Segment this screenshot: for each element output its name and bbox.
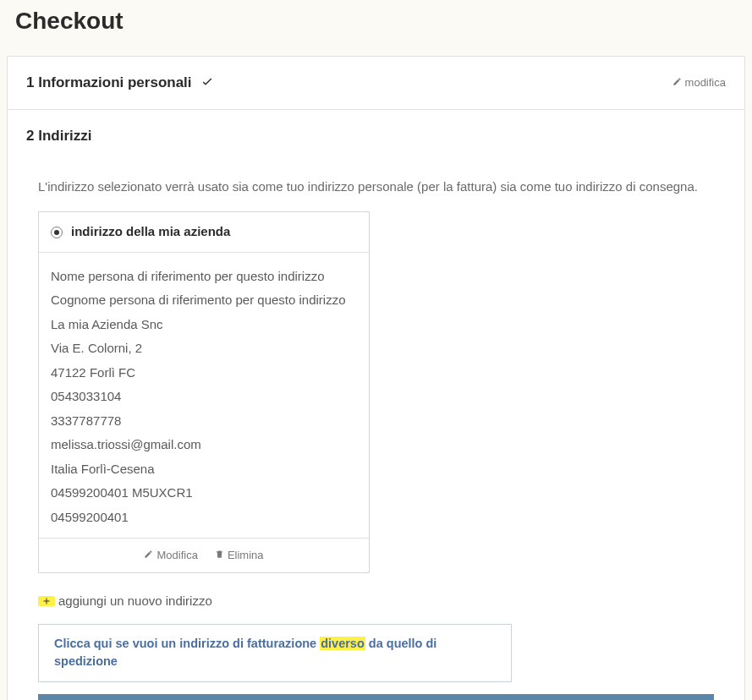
address-select-row[interactable]: indirizzo della mia azienda (39, 212, 369, 253)
delete-address-link[interactable]: Elimina (215, 547, 264, 564)
pencil-icon (144, 547, 153, 564)
page-title: Checkout (15, 3, 745, 39)
pencil-icon (672, 74, 682, 91)
different-invoice-link[interactable]: Clicca qui se vuoi un indirizzo di fattu… (38, 624, 512, 683)
trash-icon (215, 547, 224, 564)
step1-title: 1 Informazioni personali (26, 72, 214, 94)
address-alias: indirizzo della mia azienda (71, 222, 230, 242)
address-line: 04599200401 (51, 506, 357, 530)
address-line: melissa.triossi@gmail.com (51, 433, 357, 457)
address-line: 0543033104 (51, 385, 357, 409)
edit-address-link[interactable]: Modifica (144, 547, 197, 564)
addresses-helper-text: L'indirizzo selezionato verrà usato sia … (38, 178, 714, 197)
step-addresses: 2 Indirizzi L'indirizzo selezionato verr… (7, 110, 745, 700)
address-line: 3337787778 (51, 409, 357, 434)
address-line: Nome persona di riferimento per questo i… (51, 265, 357, 289)
plus-icon (38, 596, 55, 606)
radio-selected-icon[interactable] (51, 227, 63, 238)
edit-address-label: Modifica (156, 547, 197, 564)
diff-invoice-highlight: diverso (320, 637, 365, 650)
address-line: Italia Forlì-Cesena (51, 457, 357, 482)
continue-button[interactable]: Continua (38, 694, 714, 700)
step2-label: Indirizzi (38, 128, 91, 144)
step1-label: Informazioni personali (38, 74, 191, 90)
address-line: 47122 Forlì FC (51, 361, 357, 386)
delete-address-label: Elimina (228, 547, 264, 564)
check-icon (200, 73, 214, 95)
step-personal-info: 1 Informazioni personali modifica (7, 56, 745, 110)
step2-number: 2 (26, 128, 34, 144)
step1-number: 1 (26, 74, 34, 90)
add-address-link[interactable]: aggiungi un nuovo indirizzo (38, 592, 212, 611)
address-line: Cognome persona di riferimento per quest… (51, 288, 357, 313)
address-body: Nome persona di riferimento per questo i… (39, 253, 369, 539)
address-line: La mia Azienda Snc (51, 313, 357, 337)
address-card: indirizzo della mia azienda Nome persona… (38, 211, 370, 573)
add-address-label: aggiungi un nuovo indirizzo (58, 592, 212, 611)
edit-personal-info-link[interactable]: modifica (672, 74, 726, 91)
diff-invoice-pre: Clicca qui se vuoi un indirizzo di fattu… (54, 637, 320, 650)
address-line: 04599200401 M5UXCR1 (51, 481, 357, 506)
edit-link-label: modifica (685, 74, 726, 91)
address-line: Via E. Colorni, 2 (51, 336, 357, 361)
step2-title: 2 Indirizzi (26, 125, 91, 147)
